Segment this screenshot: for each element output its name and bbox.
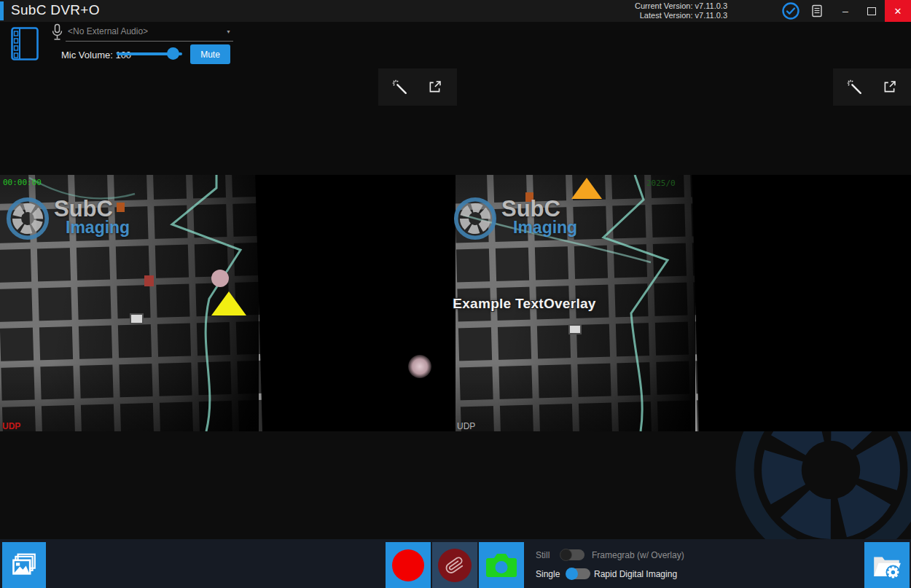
floating-particle — [408, 355, 431, 378]
still-label: Still — [536, 550, 550, 560]
aperture-logo-icon — [6, 197, 50, 240]
lower-panel — [0, 431, 911, 539]
chevron-down-icon: ▼ — [226, 29, 231, 34]
open-folder-button[interactable] — [864, 542, 910, 588]
protocol-label-left: UDP — [2, 421, 20, 431]
marker-triangle-yellow — [211, 291, 246, 315]
version-info: Current Version: v7.11.0.3 Latest Versio… — [635, 1, 727, 20]
mic-volume-slider[interactable] — [117, 47, 182, 60]
clip-circle — [438, 549, 472, 582]
watermark-title: SubC — [54, 198, 130, 219]
background-aperture-logo — [732, 431, 911, 539]
subc-watermark-right: SubC Imaging — [453, 197, 577, 240]
popout-button-right[interactable] — [877, 75, 902, 100]
image-gallery-icon — [10, 553, 38, 578]
aperture-logo-icon — [453, 197, 497, 240]
gear-icon — [886, 565, 901, 579]
app-window: SubC DVR+O Current Version: v7.11.0.3 La… — [0, 0, 911, 588]
right-feed-toolbar — [833, 68, 911, 106]
folder-gear-icon — [871, 550, 903, 581]
magic-wand-icon — [392, 79, 408, 95]
snapshot-button[interactable] — [479, 542, 524, 588]
attach-clip-button[interactable] — [432, 542, 477, 588]
watermark-text: SubC Imaging — [54, 198, 130, 236]
left-feed-toolbar — [378, 68, 457, 106]
rapid-imaging-toggle[interactable] — [566, 568, 590, 579]
audio-source-value: <No External Audio> — [68, 26, 148, 36]
popout-button-left[interactable] — [423, 75, 447, 100]
minimize-button[interactable]: – — [832, 0, 859, 22]
record-icon — [392, 549, 424, 581]
update-check-icon[interactable] — [781, 1, 800, 20]
camera-icon — [485, 552, 518, 579]
timecode-overlay: 00:00:00 — [3, 178, 42, 187]
toggle-thumb — [566, 568, 578, 580]
watermark-subtitle: Imaging — [513, 219, 577, 236]
target-chip — [130, 313, 144, 324]
log-document-icon — [810, 4, 824, 18]
slider-thumb[interactable] — [167, 47, 179, 60]
titlebar: SubC DVR+O Current Version: v7.11.0.3 La… — [0, 0, 911, 22]
single-label: Single — [536, 569, 560, 579]
external-window-icon — [427, 79, 442, 95]
protocol-label-right: UDP — [457, 421, 475, 431]
target-chip — [568, 324, 582, 334]
target-dot — [211, 270, 229, 287]
enhance-button-right[interactable] — [842, 75, 867, 100]
capture-control-bar: Still Framegrab (w/ Overlay) Single Rapi… — [0, 539, 911, 588]
enhance-button-left[interactable] — [388, 75, 413, 100]
watermark-text: SubC Imaging — [501, 198, 577, 236]
datestamp-overlay: 2025/0 — [646, 179, 676, 188]
magic-wand-icon — [847, 79, 863, 95]
close-button[interactable]: ✕ — [885, 0, 911, 22]
paperclip-icon — [444, 554, 466, 576]
select-underline — [66, 41, 233, 42]
log-button[interactable] — [808, 1, 826, 20]
app-title: SubC DVR+O — [11, 2, 100, 18]
video-preview-area: 00:00:00 2025/0 SubC Imaging SubC Imagin… — [0, 175, 911, 431]
marker-triangle-orange — [571, 178, 602, 199]
mute-button[interactable]: Mute — [190, 44, 230, 64]
watermark-title: SubC — [501, 198, 577, 219]
rapid-label: Rapid Digital Imaging — [594, 569, 677, 579]
latest-version-label: Latest Version: v7.11.0.3 — [635, 11, 727, 20]
maximize-button[interactable] — [859, 0, 885, 22]
text-overlay: Example TextOverlay — [446, 296, 603, 312]
framegrab-toggle[interactable] — [560, 549, 584, 560]
subc-watermark-left: SubC Imaging — [6, 197, 130, 240]
film-strip-icon — [11, 27, 39, 60]
external-window-icon — [882, 79, 897, 95]
framegrab-label: Framegrab (w/ Overlay) — [592, 550, 684, 560]
record-button[interactable] — [386, 542, 431, 588]
maximize-icon — [867, 7, 876, 15]
microphone-icon — [51, 23, 63, 44]
checkmark-circle-icon — [781, 1, 800, 20]
titlebar-accent — [0, 1, 4, 20]
current-version-label: Current Version: v7.11.0.3 — [635, 1, 727, 11]
gallery-button[interactable] — [2, 542, 46, 588]
watermark-subtitle: Imaging — [66, 219, 130, 236]
toggle-thumb — [560, 549, 572, 561]
recordings-panel-button[interactable] — [11, 27, 39, 63]
color-target — [144, 275, 154, 286]
